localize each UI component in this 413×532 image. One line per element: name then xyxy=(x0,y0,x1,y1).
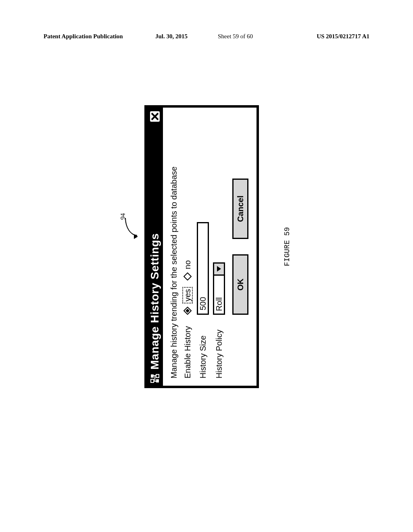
cancel-button[interactable]: Cancel xyxy=(232,179,248,239)
dialog-body: Manage history trending for the selected… xyxy=(163,108,257,386)
svg-rect-1 xyxy=(151,379,154,382)
header-sheet: Sheet 59 of 60 xyxy=(218,33,253,40)
enable-history-row: Enable History yes xyxy=(182,115,193,378)
figure-wrapper: 94 Manage History Settings xyxy=(122,105,291,388)
radio-yes-label: yes xyxy=(182,287,193,303)
dialog-title: Manage History Settings xyxy=(148,127,161,370)
header-date: Jul. 30, 2015 xyxy=(155,33,188,40)
dialog-button-row: OK Cancel xyxy=(232,115,248,378)
history-policy-label: History Policy xyxy=(215,318,223,378)
history-policy-row: History Policy Roll xyxy=(213,115,225,378)
reference-arrow-icon xyxy=(125,218,137,236)
radio-yes[interactable] xyxy=(184,307,192,315)
svg-rect-0 xyxy=(151,374,154,378)
header-pubno: US 2015/0212717 A1 xyxy=(317,33,369,40)
ok-button[interactable]: OK xyxy=(232,254,248,315)
close-icon xyxy=(150,112,159,121)
manage-history-dialog: Manage History Settings Manage history t… xyxy=(144,105,259,388)
radio-no-label: no xyxy=(183,260,192,269)
svg-rect-2 xyxy=(156,374,159,378)
figure-caption: FIGURE 59 xyxy=(283,227,291,266)
diamond-selected-icon xyxy=(184,307,192,315)
close-button[interactable] xyxy=(149,110,161,123)
svg-marker-10 xyxy=(186,309,190,313)
history-policy-combo[interactable]: Roll xyxy=(213,262,225,315)
svg-marker-11 xyxy=(184,273,191,280)
history-size-label: History Size xyxy=(198,318,207,378)
radio-no[interactable] xyxy=(184,272,192,281)
header-left: Patent Application Publication xyxy=(44,33,123,40)
reference-callout: 94 xyxy=(122,105,136,388)
enable-history-label: Enable History xyxy=(183,318,192,378)
chevron-down-icon xyxy=(217,266,221,272)
diamond-unselected-icon xyxy=(184,272,192,281)
svg-rect-3 xyxy=(156,379,159,382)
history-size-field[interactable] xyxy=(197,222,209,315)
history-size-row: History Size xyxy=(197,115,209,378)
reference-arrowhead-icon xyxy=(134,234,138,239)
dialog-titlebar: Manage History Settings xyxy=(147,108,163,386)
svg-marker-12 xyxy=(217,266,221,272)
app-icon xyxy=(150,374,160,383)
dialog-description: Manage history trending for the selected… xyxy=(169,115,178,378)
history-policy-value: Roll xyxy=(214,276,224,314)
history-policy-drop-button[interactable] xyxy=(214,264,224,276)
